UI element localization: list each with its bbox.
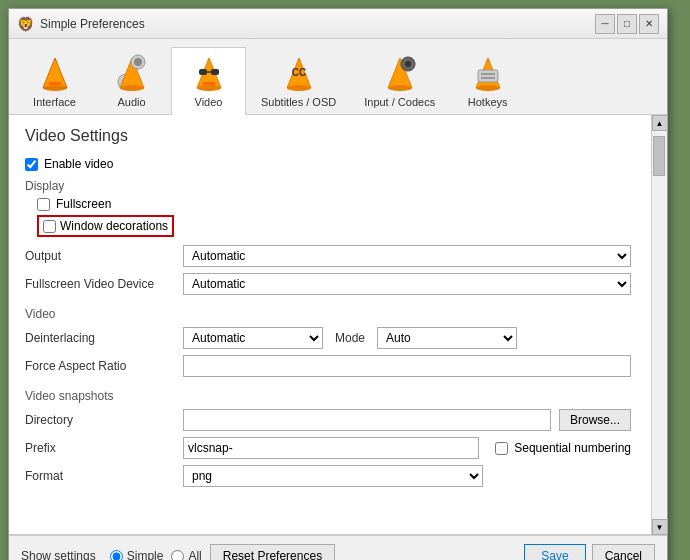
fullscreen-device-label: Fullscreen Video Device bbox=[25, 277, 175, 291]
all-radio-group[interactable]: All bbox=[171, 549, 201, 560]
tab-input[interactable]: Input / Codecs bbox=[351, 47, 448, 114]
window-decorations-highlight: Window decorations bbox=[37, 215, 174, 237]
settings-content: Video Settings Enable video Display Full… bbox=[9, 115, 651, 535]
svg-point-20 bbox=[388, 85, 412, 91]
simple-radio-group[interactable]: Simple bbox=[110, 549, 164, 560]
video-section-label: Video bbox=[25, 307, 631, 321]
enable-video-checkbox[interactable] bbox=[25, 158, 38, 171]
fullscreen-row: Fullscreen bbox=[37, 197, 631, 211]
directory-label: Directory bbox=[25, 413, 175, 427]
sequential-numbering-label[interactable]: Sequential numbering bbox=[514, 441, 631, 455]
browse-button[interactable]: Browse... bbox=[559, 409, 631, 431]
input-tab-icon bbox=[380, 54, 420, 94]
window-decorations-row: Window decorations bbox=[37, 215, 631, 237]
sequential-numbering-row: Sequential numbering bbox=[495, 441, 631, 455]
window-decorations-label[interactable]: Window decorations bbox=[60, 219, 168, 233]
aspect-ratio-label: Force Aspect Ratio bbox=[25, 359, 175, 373]
sequential-numbering-checkbox[interactable] bbox=[495, 442, 508, 455]
simple-radio[interactable] bbox=[110, 550, 123, 561]
scroll-track bbox=[652, 131, 667, 519]
window-decorations-checkbox[interactable] bbox=[43, 220, 56, 233]
svg-rect-12 bbox=[203, 82, 215, 85]
prefix-input[interactable] bbox=[183, 437, 479, 459]
tab-bar: Interface Audio bbox=[9, 39, 667, 115]
deinterlacing-select[interactable]: Automatic Off On bbox=[183, 327, 323, 349]
deinterlacing-label: Deinterlacing bbox=[25, 331, 175, 345]
scroll-down-btn[interactable]: ▼ bbox=[652, 519, 668, 535]
interface-tab-icon bbox=[35, 54, 75, 94]
app-icon: 🦁 bbox=[17, 16, 34, 32]
show-settings-label: Show settings bbox=[21, 549, 96, 560]
aspect-ratio-row: Force Aspect Ratio bbox=[25, 355, 631, 377]
aspect-ratio-input[interactable] bbox=[183, 355, 631, 377]
fullscreen-label[interactable]: Fullscreen bbox=[56, 197, 111, 211]
all-radio[interactable] bbox=[171, 550, 184, 561]
interface-tab-label: Interface bbox=[33, 96, 76, 108]
tab-video[interactable]: Video bbox=[171, 47, 246, 115]
output-label: Output bbox=[25, 249, 175, 263]
minimize-button[interactable]: ─ bbox=[595, 14, 615, 34]
svg-point-24 bbox=[476, 85, 500, 91]
subtitles-tab-icon: CC bbox=[279, 54, 319, 94]
directory-input[interactable] bbox=[183, 409, 551, 431]
fullscreen-checkbox[interactable] bbox=[37, 198, 50, 211]
section-title: Video Settings bbox=[25, 127, 631, 145]
tab-interface[interactable]: Interface bbox=[17, 47, 92, 114]
video-tab-label: Video bbox=[195, 96, 223, 108]
format-row: Format png jpg tiff bbox=[25, 465, 631, 487]
cancel-button[interactable]: Cancel bbox=[592, 544, 655, 560]
svg-point-7 bbox=[120, 85, 144, 91]
svg-point-9 bbox=[134, 58, 142, 66]
preferences-window: 🦁 Simple Preferences ─ □ ✕ Interface bbox=[8, 8, 668, 560]
prefix-row: Prefix Sequential numbering bbox=[25, 437, 631, 459]
output-select[interactable]: Automatic DirectX (DirectDraw) video out… bbox=[183, 245, 631, 267]
simple-radio-label: Simple bbox=[127, 549, 164, 560]
input-tab-label: Input / Codecs bbox=[364, 96, 435, 108]
format-label: Format bbox=[25, 469, 175, 483]
svg-point-11 bbox=[197, 85, 221, 91]
audio-tab-label: Audio bbox=[117, 96, 145, 108]
svg-rect-3 bbox=[49, 82, 61, 85]
deinterlacing-row: Deinterlacing Automatic Off On Mode Auto… bbox=[25, 327, 631, 349]
hotkeys-tab-icon bbox=[468, 54, 508, 94]
snapshots-section-label: Video snapshots bbox=[25, 389, 631, 403]
scroll-up-btn[interactable]: ▲ bbox=[652, 115, 668, 131]
svg-rect-25 bbox=[478, 70, 498, 82]
window-title: Simple Preferences bbox=[40, 17, 145, 31]
directory-row: Directory Browse... bbox=[25, 409, 631, 431]
tab-audio[interactable]: Audio bbox=[94, 47, 169, 114]
fullscreen-device-row: Fullscreen Video Device Automatic bbox=[25, 273, 631, 295]
svg-point-17 bbox=[287, 85, 311, 91]
output-row: Output Automatic DirectX (DirectDraw) vi… bbox=[25, 245, 631, 267]
close-button[interactable]: ✕ bbox=[639, 14, 659, 34]
audio-tab-icon bbox=[112, 54, 152, 94]
all-radio-label: All bbox=[188, 549, 201, 560]
bottom-right: Save Cancel bbox=[524, 544, 655, 560]
enable-video-row: Enable video bbox=[25, 157, 631, 171]
hotkeys-tab-label: Hotkeys bbox=[468, 96, 508, 108]
maximize-button[interactable]: □ bbox=[617, 14, 637, 34]
tab-subtitles[interactable]: CC Subtitles / OSD bbox=[248, 47, 349, 114]
svg-rect-13 bbox=[199, 69, 207, 75]
fullscreen-device-select[interactable]: Automatic bbox=[183, 273, 631, 295]
svg-text:CC: CC bbox=[291, 67, 305, 78]
enable-video-label[interactable]: Enable video bbox=[44, 157, 113, 171]
format-select[interactable]: png jpg tiff bbox=[183, 465, 483, 487]
reset-preferences-button[interactable]: Reset Preferences bbox=[210, 544, 335, 560]
subtitles-tab-label: Subtitles / OSD bbox=[261, 96, 336, 108]
mode-label: Mode bbox=[335, 331, 365, 345]
bottom-left: Show settings Simple All Reset Preferenc… bbox=[21, 544, 335, 560]
scrollbar[interactable]: ▲ ▼ bbox=[651, 115, 667, 535]
video-tab-icon bbox=[189, 54, 229, 94]
prefix-label: Prefix bbox=[25, 441, 175, 455]
scroll-thumb[interactable] bbox=[653, 136, 665, 176]
mode-select[interactable]: Auto Discard Blend Mean Bob Linear X Yad… bbox=[377, 327, 517, 349]
display-section-label: Display bbox=[25, 179, 631, 193]
svg-point-22 bbox=[405, 61, 411, 67]
tab-hotkeys[interactable]: Hotkeys bbox=[450, 47, 525, 114]
bottom-bar: Show settings Simple All Reset Preferenc… bbox=[9, 535, 667, 560]
svg-rect-14 bbox=[211, 69, 219, 75]
title-bar: 🦁 Simple Preferences ─ □ ✕ bbox=[9, 9, 667, 39]
window-controls: ─ □ ✕ bbox=[595, 14, 659, 34]
save-button[interactable]: Save bbox=[524, 544, 585, 560]
